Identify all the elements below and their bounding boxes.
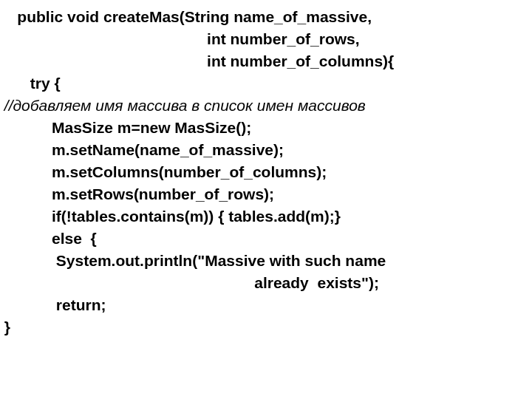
code-line-11: else { [0,228,532,250]
code-line-13: already exists"); [0,272,532,294]
code-comment-line: //добавляем имя массива в список имен ма… [0,95,532,117]
code-line-10: if(!tables.contains(m)) { tables.add(m);… [0,205,532,228]
code-line-1: public void createMas(String name_of_mas… [0,6,532,28]
code-line-15: } [0,316,532,338]
code-line-9: m.setRows(number_of_rows); [0,183,532,205]
code-line-4: try { [0,72,532,95]
code-line-3: int number_of_columns){ [0,50,532,72]
code-line-2: int number_of_rows, [0,28,532,50]
code-line-12: System.out.println("Massive with such na… [0,250,532,272]
code-line-7: m.setName(name_of_massive); [0,139,532,161]
code-line-14: return; [0,294,532,316]
code-line-6: MasSize m=new MasSize(); [0,117,532,139]
code-line-8: m.setColumns(number_of_columns); [0,161,532,183]
